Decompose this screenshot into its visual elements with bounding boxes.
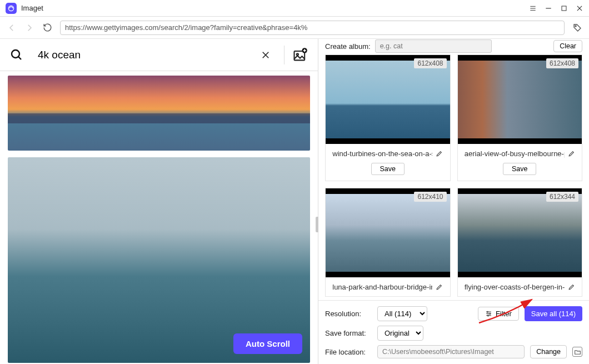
edit-icon[interactable] (436, 283, 443, 291)
save-format-select[interactable]: Original (377, 326, 423, 341)
gallery: Auto Scroll (0, 71, 318, 364)
album-input[interactable] (375, 39, 492, 53)
caption-text: wind-turbines-on-the-sea-on-a-sun (332, 149, 432, 158)
svg-point-20 (489, 313, 490, 314)
controls: Resolution: All (114) Filter Save all (1… (318, 300, 589, 364)
caption-text: luna-park-and-harbour-bridge-in-s (332, 283, 432, 291)
navbar (0, 17, 589, 39)
tag-icon[interactable] (572, 23, 582, 33)
image-card: 612x408 aerial-view-of-busy-melbourne-po… (457, 54, 583, 181)
app-title: Imaget (21, 4, 529, 12)
search-icon[interactable] (10, 48, 23, 62)
image-search-icon[interactable] (292, 47, 308, 63)
save-all-button[interactable]: Save all (114) (525, 306, 582, 321)
thumbnail[interactable]: 612x410 (326, 188, 450, 277)
resolution-label: Resolution: (325, 310, 372, 318)
dimensions-badge: 612x410 (414, 192, 446, 202)
browser-pane: Auto Scroll (0, 39, 318, 364)
url-input[interactable] (60, 21, 565, 35)
thumbnail[interactable]: 612x408 (326, 55, 450, 144)
app-logo-icon (6, 3, 17, 14)
image-card: 612x344 flying-over-coasts-of-bergen-in-… (457, 188, 583, 297)
download-pane: Create album: Clear 612x408 wind-turbine… (318, 39, 589, 364)
dimensions-badge: 612x408 (414, 58, 446, 68)
edit-icon[interactable] (436, 150, 443, 157)
titlebar: Imaget (0, 0, 589, 17)
create-album-label: Create album: (325, 42, 371, 51)
file-location-input[interactable] (377, 345, 525, 358)
clear-search-icon[interactable] (261, 50, 271, 60)
thumbnail[interactable]: 612x344 (458, 188, 582, 277)
menu-icon[interactable] (529, 4, 537, 13)
image-card: 612x410 luna-park-and-harbour-bridge-in-… (325, 188, 451, 297)
svg-point-9 (12, 50, 19, 58)
edit-icon[interactable] (568, 150, 575, 157)
close-icon[interactable] (576, 4, 583, 12)
resolution-select[interactable]: All (114) (377, 306, 427, 321)
edit-icon[interactable] (568, 283, 575, 291)
result-image[interactable] (8, 157, 310, 363)
file-location-label: File location: (325, 348, 372, 356)
thumbnail[interactable]: 612x408 (458, 55, 582, 144)
change-button[interactable]: Change (530, 345, 567, 358)
reload-icon[interactable] (42, 23, 52, 33)
caption-text: flying-over-coasts-of-bergen-in-the (465, 283, 565, 291)
search-input[interactable] (38, 49, 253, 61)
caption-text: aerial-view-of-busy-melbourne-por (465, 149, 565, 158)
divider (284, 46, 284, 64)
save-button[interactable]: Save (503, 163, 536, 175)
dimensions-badge: 612x344 (546, 192, 578, 202)
minimize-icon[interactable] (545, 4, 552, 12)
save-format-label: Save format: (325, 329, 372, 337)
image-card: 612x408 wind-turbines-on-the-sea-on-a-su… (325, 54, 451, 181)
dimensions-badge: 612x408 (546, 58, 578, 68)
svg-point-19 (487, 311, 488, 312)
svg-point-8 (575, 25, 576, 26)
back-icon[interactable] (7, 23, 17, 33)
forward-icon[interactable] (24, 23, 34, 33)
save-button[interactable]: Save (371, 163, 405, 175)
clear-button[interactable]: Clear (553, 40, 582, 52)
svg-line-10 (18, 57, 21, 59)
result-image[interactable] (8, 76, 310, 151)
search-bar (0, 39, 318, 71)
open-folder-icon[interactable] (572, 347, 582, 357)
maximize-icon[interactable] (560, 5, 568, 12)
svg-rect-5 (562, 6, 566, 11)
svg-point-21 (487, 315, 488, 316)
auto-scroll-button[interactable]: Auto Scroll (233, 333, 302, 354)
filter-button[interactable]: Filter (478, 307, 519, 321)
